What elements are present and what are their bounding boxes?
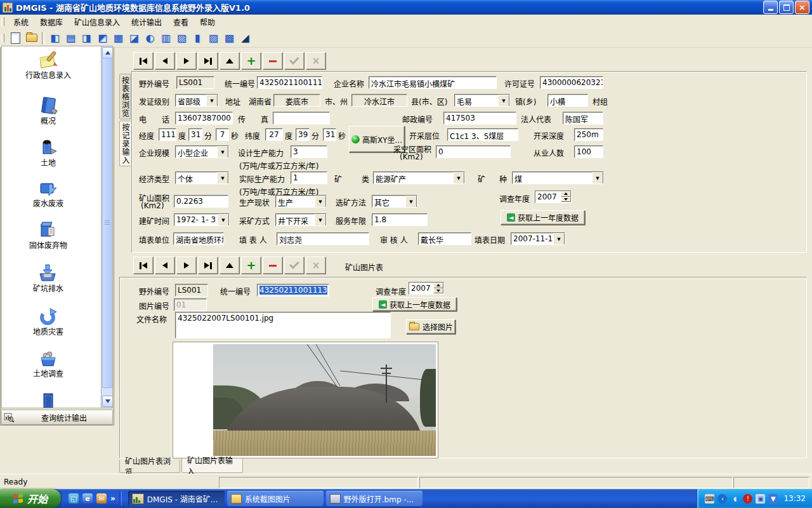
employees-input[interactable]: 100 (574, 145, 603, 158)
nav-next-button[interactable] (176, 52, 197, 70)
restore-button[interactable] (779, 1, 794, 14)
quick-launch-desktop-icon[interactable]: ◱ (69, 493, 79, 504)
lat-sec-input[interactable]: 31 (323, 128, 336, 141)
sidebar-item-admin-entry[interactable]: 行政信息录入 (2, 50, 95, 81)
spin-down-icon[interactable] (433, 288, 443, 294)
mine-area-input[interactable]: 0.2263 (174, 195, 228, 208)
lon-sec-input[interactable]: 7 (216, 128, 229, 141)
lat-min-input[interactable]: 39 (296, 128, 310, 141)
dropdown-arrow-icon[interactable]: ▼ (315, 214, 326, 226)
tab-input-by-record[interactable]: 按记录输入 (119, 121, 131, 166)
minimize-button[interactable] (763, 1, 778, 14)
pic-no-input[interactable]: 01 (174, 298, 207, 311)
nav-cancel-button[interactable]: × (306, 52, 326, 70)
scroll-down-button[interactable] (102, 396, 113, 407)
fetch-prev-year-button[interactable]: ◄ 获取上一年度数据 (501, 210, 585, 225)
actual-capacity-input[interactable]: 1 (291, 171, 327, 184)
new-document-button[interactable] (8, 30, 23, 45)
menu-statistics-output[interactable]: 统计输出 (126, 15, 167, 29)
task-bmp-paint[interactable]: 野外版打开.bmp -... (326, 491, 422, 506)
solid-waste-button[interactable]: ▦ (111, 30, 126, 45)
security-shield-tray-icon[interactable]: ! (743, 494, 752, 504)
nav-post-button[interactable] (284, 52, 304, 70)
geohazard-button[interactable]: ◐ (143, 30, 157, 45)
toolbar-grip[interactable] (1, 34, 4, 43)
close-button[interactable]: × (795, 1, 809, 14)
pic-field-no-input[interactable]: LS001 (175, 284, 208, 297)
menu-view[interactable]: 查看 (167, 15, 194, 29)
network-tray-icon[interactable]: ▣ (756, 494, 765, 504)
legal-rep-input[interactable]: 陈国军 (563, 112, 603, 124)
nav2-insert-button[interactable]: + (241, 257, 261, 274)
volume-tray-icon[interactable]: ◖ (730, 494, 740, 504)
sidebar-group-query-output[interactable]: 查询统计输出 (1, 410, 113, 425)
sidebar-item-land[interactable]: 土地 (2, 137, 95, 168)
mineral-kind-combo[interactable]: 煤▼ (512, 171, 604, 184)
sidebar-scrollbar[interactable] (101, 46, 112, 408)
unified-no-input[interactable]: 43250211001113 (257, 76, 322, 89)
dropdown-arrow-icon[interactable]: ▼ (553, 233, 565, 245)
fill-unit-input[interactable]: 湖南省地质环境 (173, 232, 224, 245)
open-button[interactable] (24, 30, 39, 45)
collapse-tray-icon[interactable]: ‹ (717, 494, 727, 504)
lon-min-input[interactable]: 31 (188, 128, 202, 141)
sidebar-item-wastewater[interactable]: 废水废液 (2, 178, 95, 209)
beneficiation-combo[interactable]: 其它▼ (372, 195, 417, 208)
nav-previous-button[interactable] (155, 52, 175, 70)
sidebar-item-geohazard[interactable]: 地质灾害 (2, 306, 95, 337)
pic-fetch-prev-year-button[interactable]: ◄ 获取上一年度数据 (372, 297, 457, 311)
dropdown-arrow-icon[interactable]: ▼ (206, 95, 218, 107)
auditor-input[interactable]: 戴长华 (418, 232, 471, 245)
nav2-next-button[interactable] (176, 257, 197, 274)
nav2-cancel-button[interactable]: × (306, 257, 326, 274)
task-screenshot-folder[interactable]: 系统截图图片 (227, 491, 324, 506)
tab-browse-by-table[interactable]: 按表格浏览 (119, 74, 131, 119)
drum-button[interactable]: ▥ (159, 30, 173, 45)
dropdown-arrow-icon[interactable]: ▼ (217, 172, 228, 184)
sidebar-item-pit-drainage[interactable]: 矿坑排水 (2, 263, 95, 294)
dropdown-arrow-icon[interactable]: ▼ (498, 95, 509, 107)
enterprise-scale-combo[interactable]: 小型企业▼ (175, 145, 229, 158)
task-dmgis[interactable]: DMGIS - 湖南省矿... (128, 491, 225, 506)
mining-depth-input[interactable]: 250m (574, 128, 603, 141)
scroll-thumb[interactable] (102, 58, 113, 388)
pic-unified-no-input[interactable]: 43250211001113 (257, 284, 329, 297)
goaf-area-input[interactable]: 0 (436, 145, 511, 158)
fill-date-combo[interactable]: 2007-11-13▼ (511, 232, 565, 245)
tab-picture-browse[interactable]: 矿山图片表浏览 (119, 460, 180, 473)
nav2-delete-button[interactable] (263, 257, 283, 274)
nav-last-button[interactable] (198, 52, 218, 70)
fax-input[interactable] (273, 112, 330, 124)
mineral-class-combo[interactable]: 能源矿产▼ (373, 171, 465, 184)
company-input[interactable]: 冷水江市毛易镇小横煤矿 (369, 76, 497, 89)
postcode-input[interactable]: 417503 (443, 112, 516, 124)
nav2-last-button[interactable] (198, 257, 218, 274)
dropdown-arrow-icon[interactable]: ▼ (217, 146, 228, 158)
dropdown-arrow-icon[interactable]: ▼ (405, 196, 417, 208)
nav-top-button[interactable] (219, 52, 240, 70)
sidebar-item-partial[interactable] (2, 391, 95, 408)
update-tray-icon[interactable]: ▼ (768, 494, 778, 504)
quick-launch-chevron-icon[interactable]: » (110, 494, 115, 503)
entry-edit-button[interactable]: ◧ (48, 30, 62, 45)
mining-method-combo[interactable]: 井下开采▼ (275, 213, 327, 226)
quick-launch-ie-icon[interactable]: e (82, 493, 93, 504)
dropdown-arrow-icon[interactable]: ▼ (218, 214, 229, 226)
lon-deg-input[interactable]: 111 (159, 128, 176, 141)
nav2-first-button[interactable] (133, 257, 154, 274)
quick-launch-mail-icon[interactable]: ✉ (96, 493, 107, 504)
sidebar-item-solid-waste[interactable]: 固体废弃物 (2, 220, 95, 251)
scroll-up-button[interactable] (102, 47, 113, 58)
dropdown-arrow-icon[interactable]: ▼ (315, 196, 326, 208)
nav-delete-button[interactable] (263, 52, 283, 70)
county-combo[interactable]: 毛易▼ (454, 94, 510, 107)
exit-button[interactable]: ◢ (238, 30, 252, 45)
column-button[interactable]: ▮ (190, 30, 205, 45)
file-name-input[interactable]: 4325022007LS00101.jpg (175, 312, 391, 338)
city-input[interactable]: 娄底市 (273, 94, 320, 107)
field-no-input[interactable]: LS001 (176, 76, 214, 89)
keyboard-tray-icon[interactable]: ⌨ (705, 494, 714, 504)
nav2-top-button[interactable] (219, 257, 240, 274)
spin-up-icon[interactable] (433, 283, 443, 288)
nav2-previous-button[interactable] (155, 257, 175, 274)
